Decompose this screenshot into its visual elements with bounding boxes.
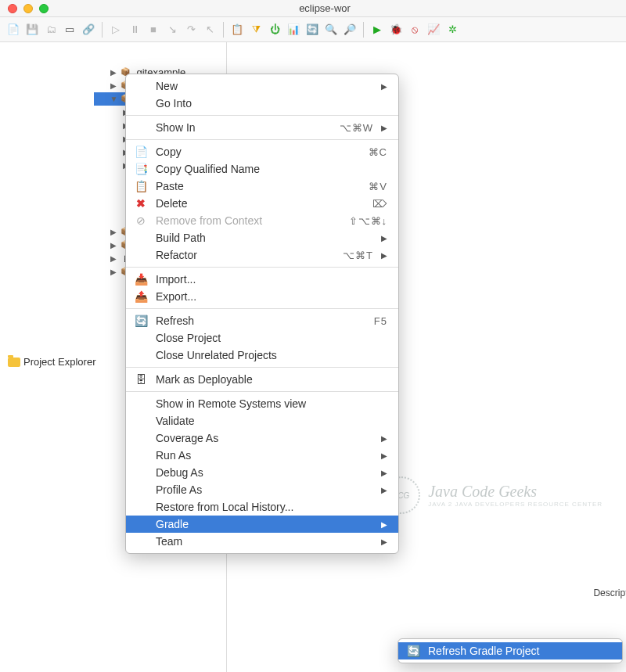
menu-item-run-as[interactable]: Run As▶ — [126, 447, 398, 464]
menu-item-build-path[interactable]: Build Path▶ — [126, 229, 398, 246]
menu-item-close-unrelated-projects[interactable]: Close Unrelated Projects — [126, 347, 398, 364]
expand-arrow-icon[interactable]: ▶ — [110, 81, 117, 90]
expand-arrow-icon[interactable]: ▶ — [110, 68, 117, 77]
submenu-arrow-icon: ▶ — [381, 520, 387, 529]
menu-item-label: Paste — [156, 180, 361, 192]
debug-button[interactable]: 🐞 — [387, 21, 405, 38]
link-editor-button[interactable]: 🔗 — [80, 21, 97, 38]
run-button[interactable]: ▶ — [369, 21, 386, 38]
submenu-arrow-icon: ▶ — [381, 251, 387, 260]
expand-arrow-icon[interactable]: ▶ — [110, 241, 117, 250]
menu-shortcut: ⇧⌥⌘↓ — [349, 215, 388, 227]
window-close-button[interactable] — [8, 4, 17, 13]
menu-item-label: Close Project — [156, 332, 387, 344]
project-explorer-title: Project Explorer — [23, 356, 95, 368]
menu-item-validate[interactable]: Validate — [126, 412, 398, 429]
submenu-arrow-icon: ▶ — [381, 537, 387, 546]
menu-item-copy[interactable]: 📄Copy⌘C — [126, 143, 398, 160]
expand-arrow-icon[interactable]: ▼ — [110, 95, 117, 103]
project-explorer-header: Project Explorer — [5, 47, 99, 672]
menu-item-restore-from-local-history[interactable]: Restore from Local History... — [126, 498, 398, 516]
menu-item-show-in-remote-systems-view[interactable]: Show in Remote Systems view — [126, 395, 398, 412]
menu-item-gradle[interactable]: Gradle▶ — [126, 516, 398, 533]
gradle-refresh-icon: 🔄 — [406, 645, 420, 657]
submenu-item-label: Refresh Gradle Project — [428, 645, 611, 657]
menu-separator — [126, 367, 398, 368]
deploy-icon: 🗄 — [134, 373, 148, 386]
menu-item-copy-qualified-name[interactable]: 📑Copy Qualified Name — [126, 160, 398, 178]
menu-item-refactor[interactable]: Refactor⌥⌘T▶ — [126, 246, 398, 264]
menu-item-team[interactable]: Team▶ — [126, 533, 398, 550]
launch-button[interactable]: ✲ — [444, 21, 461, 38]
filter-button[interactable]: ⧩ — [247, 21, 264, 38]
stop-server-button[interactable]: ⦸ — [406, 21, 423, 38]
step-return-button[interactable]: ↖ — [201, 21, 218, 38]
menu-item-delete[interactable]: ✖Delete⌦ — [126, 195, 398, 212]
menu-item-go-into[interactable]: Go Into — [126, 95, 398, 112]
menu-item-label: Refresh — [156, 314, 366, 327]
window-title: eclipse-wor — [23, 2, 626, 14]
explorer-icon — [8, 357, 20, 368]
menu-item-label: Validate — [156, 415, 387, 427]
expand-arrow-icon[interactable]: ▶ — [110, 228, 117, 236]
menu-item-mark-as-deployable[interactable]: 🗄Mark as Deployable — [126, 371, 398, 388]
menu-item-label: Mark as Deployable — [156, 373, 387, 386]
description-column-header: Description — [593, 588, 626, 598]
watermark-subtitle: JAVA 2 JAVA DEVELOPERS RESOURCE CENTER — [428, 501, 603, 508]
menu-separator — [126, 139, 398, 140]
step-into-button[interactable]: ↘ — [164, 21, 181, 38]
menu-item-profile-as[interactable]: Profile As▶ — [126, 481, 398, 498]
boot-dashboard-button[interactable]: ⏻ — [266, 21, 283, 38]
menu-item-label: Coverage As — [156, 432, 373, 444]
open-type-button[interactable]: 🔍 — [322, 21, 340, 38]
menu-item-label: Refactor — [156, 249, 335, 261]
expand-arrow-icon[interactable]: ▶ — [110, 254, 117, 263]
context-menu[interactable]: New▶Go IntoShow In⌥⌘W▶📄Copy⌘C📑Copy Quali… — [125, 74, 399, 554]
profile-button[interactable]: 📈 — [425, 21, 442, 38]
paste-icon: 📋 — [134, 180, 148, 192]
menu-item-label: Delete — [156, 197, 365, 210]
search-button[interactable]: 🔎 — [341, 21, 358, 38]
copyq-icon: 📑 — [134, 163, 148, 175]
save-all-button[interactable]: 🗂 — [42, 21, 59, 38]
menu-item-label: Restore from Local History... — [156, 501, 387, 513]
new-wizard-button[interactable]: 📄 — [5, 21, 22, 38]
menu-item-import[interactable]: 📥Import... — [126, 271, 398, 288]
window-titlebar: eclipse-wor — [0, 0, 626, 17]
menu-item-label: Copy — [156, 146, 361, 158]
menu-item-label: Gradle — [156, 518, 373, 530]
menu-shortcut: ⌦ — [372, 198, 387, 210]
menu-item-refresh[interactable]: 🔄RefreshF5 — [126, 312, 398, 329]
menu-item-show-in[interactable]: Show In⌥⌘W▶ — [126, 119, 398, 136]
tasks-button[interactable]: 📋 — [228, 21, 246, 38]
menu-item-debug-as[interactable]: Debug As▶ — [126, 464, 398, 481]
menu-item-export[interactable]: 📤Export... — [126, 288, 398, 305]
save-button[interactable]: 💾 — [23, 21, 41, 38]
menu-separator — [126, 391, 398, 392]
menu-item-coverage-as[interactable]: Coverage As▶ — [126, 429, 398, 447]
expand-arrow-icon[interactable]: ▶ — [110, 268, 117, 276]
coverage-button[interactable]: 📊 — [285, 21, 302, 38]
menu-separator — [126, 308, 398, 309]
menu-separator — [126, 115, 398, 116]
refresh-icon: 🔄 — [134, 314, 148, 327]
menu-item-remove-from-context: ⊘Remove from Context⇧⌥⌘↓ — [126, 212, 398, 229]
relaunch-button[interactable]: 🔄 — [304, 21, 321, 38]
step-over-button[interactable]: ↷ — [182, 21, 200, 38]
menu-item-label: Go Into — [156, 97, 387, 110]
toggle-breadcrumb-button[interactable]: ▭ — [61, 21, 78, 38]
gradle-submenu[interactable]: 🔄Refresh Gradle Project — [398, 638, 623, 663]
menu-shortcut: ⌥⌘W — [340, 122, 373, 134]
menu-item-label: Remove from Context — [156, 214, 341, 227]
menu-item-label: Team — [156, 535, 373, 548]
resume-button[interactable]: ▷ — [107, 21, 124, 38]
menu-item-new[interactable]: New▶ — [126, 77, 398, 95]
terminate-button[interactable]: ■ — [145, 21, 162, 38]
suspend-button[interactable]: ⏸ — [126, 21, 143, 38]
menu-item-close-project[interactable]: Close Project — [126, 329, 398, 347]
submenu-item-refresh-gradle-project[interactable]: 🔄Refresh Gradle Project — [398, 642, 622, 659]
menu-shortcut: ⌘C — [369, 146, 387, 158]
remove-icon: ⊘ — [134, 214, 148, 227]
submenu-arrow-icon: ▶ — [381, 451, 387, 460]
menu-item-paste[interactable]: 📋Paste⌘V — [126, 178, 398, 195]
